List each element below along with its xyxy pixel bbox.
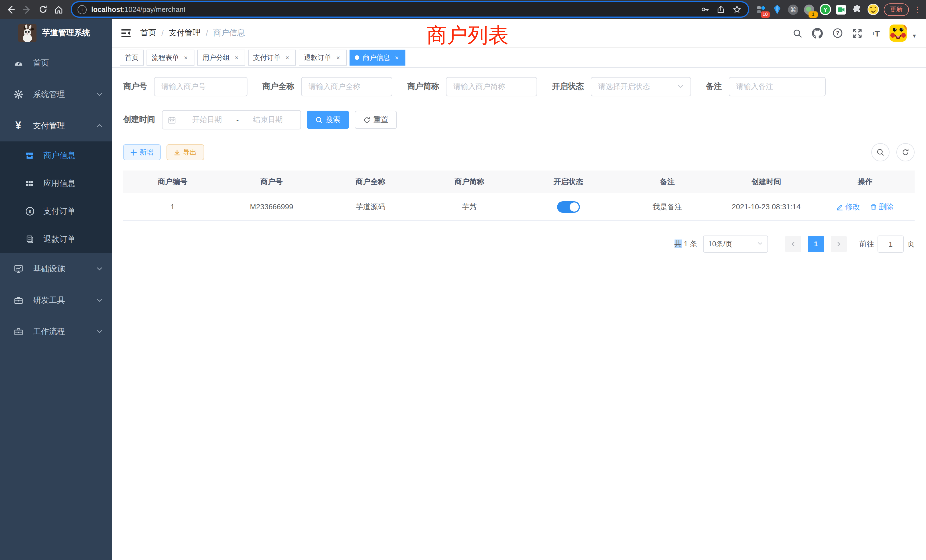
extension-command-icon[interactable]: ⌘	[787, 3, 799, 16]
page-number-button[interactable]: 1	[808, 236, 824, 252]
close-icon[interactable]: ×	[335, 54, 342, 61]
filter-label: 商户全称	[262, 82, 294, 92]
chevron-down-icon	[96, 296, 103, 305]
fullscreen-icon[interactable]	[852, 28, 862, 38]
forward-icon[interactable]	[21, 3, 33, 16]
sidebar-item-workflow[interactable]: 工作流程	[0, 316, 112, 347]
create-time-daterange[interactable]: 开始日期 - 结束日期	[162, 110, 301, 129]
filter-label: 创建时间	[123, 115, 155, 125]
sidebar-item-system[interactable]: 系统管理	[0, 79, 112, 110]
cell-actions: 修改 删除	[816, 201, 915, 212]
chevron-down-icon	[96, 264, 103, 274]
sidebar-item-dev-tools[interactable]: 研发工具	[0, 285, 112, 316]
tab-merchant-info[interactable]: 商户信息×	[350, 50, 406, 65]
export-button[interactable]: 导出	[166, 144, 204, 160]
extension-recorder-icon[interactable]: 1	[803, 3, 816, 16]
close-icon[interactable]: ×	[393, 54, 400, 61]
sidebar-item-pay-order[interactable]: ¥ 支付订单	[0, 197, 112, 225]
add-button[interactable]: 新增	[123, 144, 161, 160]
address-bar[interactable]: i localhost:1024/pay/merchant	[72, 2, 748, 17]
extension-meet-icon[interactable]	[835, 3, 847, 16]
sidebar-item-payment[interactable]: ¥ 支付管理	[0, 110, 112, 141]
profile-avatar-emoji[interactable]	[867, 3, 879, 16]
svg-text:¥: ¥	[28, 209, 31, 215]
header-search-icon[interactable]	[793, 28, 802, 38]
chevron-up-icon	[96, 121, 103, 130]
breadcrumb-home[interactable]: 首页	[140, 28, 156, 38]
page-size-select[interactable]: 10条/页	[703, 236, 768, 253]
edit-link[interactable]: 修改	[837, 201, 860, 212]
bookmark-star-icon[interactable]	[731, 4, 742, 15]
extension-grid-icon[interactable]: 10	[755, 3, 767, 16]
document-icon	[23, 235, 36, 244]
extension-y-logo-icon[interactable]: Y	[819, 3, 831, 16]
toggle-search-button[interactable]	[871, 143, 890, 161]
status-toggle[interactable]	[557, 201, 580, 212]
extensions-puzzle-icon[interactable]	[851, 3, 863, 16]
app-logo-row[interactable]: 芋道管理系统	[0, 19, 112, 47]
share-icon[interactable]	[715, 4, 726, 15]
remark-input[interactable]: 请输入备注	[729, 77, 826, 96]
svg-text:?: ?	[836, 30, 839, 36]
chrome-update-button[interactable]: 更新	[884, 3, 909, 16]
short-name-input[interactable]: 请输入商户简称	[446, 77, 537, 96]
reset-button[interactable]: 重置	[355, 110, 397, 129]
filter-label: 开启状态	[552, 82, 584, 92]
delete-link[interactable]: 删除	[870, 201, 894, 212]
sidebar-item-app-info[interactable]: 应用信息	[0, 170, 112, 197]
next-page-button[interactable]	[831, 236, 847, 252]
top-navbar: 首页 / 支付管理 / 商户信息 ?	[112, 19, 926, 48]
cell-merchant-no: M233666999	[222, 203, 321, 211]
refresh-button[interactable]	[896, 143, 915, 161]
goto-page-input[interactable]: 1	[878, 236, 904, 253]
tab-process-form[interactable]: 流程表单×	[147, 50, 194, 65]
sidebar-collapse-icon[interactable]	[120, 27, 132, 39]
shop-icon	[23, 151, 36, 160]
sidebar-item-home[interactable]: 首页	[0, 47, 112, 79]
yen-icon: ¥	[11, 120, 25, 132]
dashboard-icon	[11, 58, 25, 68]
site-info-icon[interactable]: i	[77, 5, 87, 14]
tags-view-bar: 首页 流程表单× 用户分组× 支付订单× 退款订单× 商户信息×	[112, 48, 926, 68]
tab-user-group[interactable]: 用户分组×	[197, 50, 245, 65]
browser-menu-icon[interactable]: ⋮	[914, 5, 921, 14]
tab-home[interactable]: 首页	[120, 50, 144, 65]
app-title: 芋道管理系统	[42, 28, 90, 38]
avatar-dropdown-caret-icon[interactable]: ▼	[912, 33, 917, 39]
breadcrumb-payment[interactable]: 支付管理	[169, 28, 201, 38]
back-icon[interactable]	[5, 3, 17, 16]
filter-label: 商户号	[123, 82, 147, 92]
breadcrumb-current: 商户信息	[213, 28, 245, 38]
prev-page-button[interactable]	[785, 236, 801, 252]
cell-full-name: 芋道源码	[321, 201, 420, 212]
status-select[interactable]: 请选择开启状态	[591, 77, 691, 96]
page-content: 商户号 请输入商户号 商户全称 请输入商户全称 商户简称 请输入商户简称 开启状…	[112, 68, 926, 560]
user-avatar[interactable]	[890, 24, 906, 42]
password-key-icon[interactable]	[699, 4, 710, 15]
sidebar: 芋道管理系统 首页 系统管理 ¥ 支付管理	[0, 19, 112, 560]
chevron-down-icon	[96, 90, 103, 99]
goto-label: 前往	[859, 239, 874, 249]
close-icon[interactable]: ×	[284, 54, 291, 61]
help-icon[interactable]: ?	[832, 28, 843, 38]
search-button[interactable]: 搜索	[307, 110, 349, 129]
sidebar-item-merchant-info[interactable]: 商户信息	[0, 141, 112, 170]
cell-create-time: 2021-10-23 08:31:14	[717, 203, 816, 211]
reload-icon[interactable]	[36, 3, 49, 16]
github-icon[interactable]	[812, 28, 823, 38]
tab-pay-order[interactable]: 支付订单×	[248, 50, 296, 65]
close-icon[interactable]: ×	[233, 54, 240, 61]
extension-gem-icon[interactable]	[771, 3, 784, 16]
filter-label: 商户简称	[407, 82, 439, 92]
merchant-no-input[interactable]: 请输入商户号	[154, 77, 247, 96]
filter-label: 备注	[706, 82, 722, 92]
font-size-icon[interactable]: тT	[872, 29, 880, 37]
full-name-input[interactable]: 请输入商户全称	[301, 77, 392, 96]
breadcrumb: 首页 / 支付管理 / 商户信息	[140, 28, 245, 38]
tab-refund-order[interactable]: 退款订单×	[299, 50, 346, 65]
sidebar-item-infrastructure[interactable]: 基础设施	[0, 253, 112, 285]
close-icon[interactable]: ×	[183, 54, 189, 61]
home-icon[interactable]	[53, 3, 65, 16]
sidebar-item-refund-order[interactable]: 退款订单	[0, 225, 112, 253]
extension-badge: 1	[808, 11, 818, 17]
